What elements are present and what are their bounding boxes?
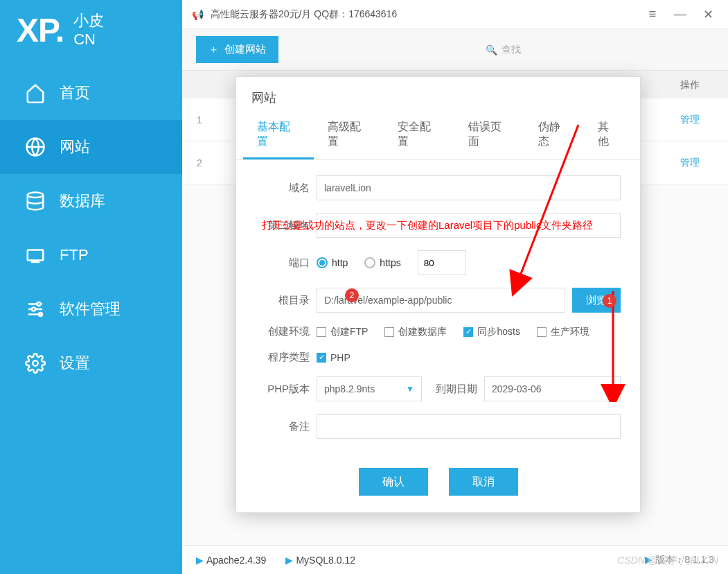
dialog-title: 网站 (236, 77, 640, 112)
annotation-badge-2: 2 (345, 288, 359, 302)
label-port: 端口 (256, 256, 310, 270)
tab-error[interactable]: 错误页面 (454, 112, 525, 159)
domain-input[interactable] (317, 175, 621, 200)
nav-database[interactable]: 数据库 (0, 174, 182, 228)
website-dialog: 网站 基本配置 高级配置 安全配置 错误页面 伪静态 其他 域名 第二域名 端口… (236, 76, 641, 513)
minimize-button[interactable]: — (670, 7, 691, 21)
search-icon: 🔍 (486, 44, 497, 55)
svg-point-3 (37, 302, 41, 306)
label-domain2: 第二域名 (256, 219, 310, 232)
expire-input[interactable] (484, 376, 621, 401)
apache-status[interactable]: ▶Apache2.4.39 (196, 555, 266, 566)
label-env: 创建环境 (256, 325, 310, 338)
radio-http[interactable]: http (317, 257, 348, 268)
logo: XP. 小皮 CN (0, 0, 182, 66)
logo-xp: XP. (17, 11, 64, 49)
tab-security[interactable]: 安全配置 (384, 112, 454, 159)
remark-input[interactable] (317, 414, 621, 439)
nav: 首页 网站 数据库 FTP 软件管理 设置 (0, 66, 182, 574)
titlebar: 📢 高性能云服务器20元/月 QQ群：176643616 ≡ — ✕ (182, 0, 728, 29)
announcement-text: 高性能云服务器20元/月 QQ群：176643616 (211, 8, 397, 21)
col-operate: 操作 (652, 71, 728, 98)
svg-point-1 (28, 193, 44, 198)
tab-other[interactable]: 其他 (584, 112, 633, 159)
port-input[interactable] (418, 250, 466, 275)
gear-icon (25, 353, 46, 374)
sliders-icon (25, 299, 46, 320)
check-hosts[interactable]: ✓同步hosts (463, 326, 520, 338)
tab-basic[interactable]: 基本配置 (243, 112, 314, 159)
nav-website[interactable]: 网站 (0, 120, 182, 174)
menu-icon[interactable]: ≡ (642, 7, 663, 21)
label-type: 程序类型 (256, 351, 310, 364)
close-button[interactable]: ✕ (698, 7, 718, 22)
topbar: ＋ 创建网站 🔍 查找 (182, 29, 728, 71)
logo-cn: 小皮 CN (73, 12, 104, 49)
nav-software[interactable]: 软件管理 (0, 282, 182, 336)
create-website-button[interactable]: ＋ 创建网站 (196, 36, 278, 63)
domain2-input[interactable] (317, 213, 621, 238)
svg-point-6 (33, 360, 38, 366)
svg-rect-2 (28, 250, 44, 261)
tab-advanced[interactable]: 高级配置 (314, 112, 384, 159)
check-php[interactable]: ✓PHP (317, 352, 350, 363)
label-remark: 备注 (256, 420, 310, 433)
label-root: 根目录 (256, 294, 310, 307)
nav-settings[interactable]: 设置 (0, 336, 182, 390)
phpver-select[interactable]: php8.2.9nts▼ (317, 376, 422, 401)
label-domain: 域名 (256, 182, 310, 195)
manage-link[interactable]: 管理 (652, 114, 728, 126)
radio-https[interactable]: https (364, 257, 400, 268)
annotation-badge-1: 1 (603, 294, 616, 308)
dialog-tabs: 基本配置 高级配置 安全配置 错误页面 伪静态 其他 (236, 112, 640, 160)
database-icon (25, 191, 46, 211)
chevron-down-icon: ▼ (406, 384, 414, 394)
cancel-button[interactable]: 取消 (449, 468, 518, 496)
sidebar: XP. 小皮 CN 首页 网站 数据库 FTP (0, 0, 182, 574)
globe-icon (25, 137, 46, 157)
home-icon (25, 82, 46, 103)
search-button[interactable]: 🔍 查找 (292, 44, 714, 56)
svg-point-4 (32, 308, 35, 311)
check-db[interactable]: 创建数据库 (384, 326, 447, 338)
dialog-form: 域名 第二域名 端口 http https 根目录 浏览 创建环境 创建FTP … (236, 160, 640, 458)
label-phpver: PHP版本 (256, 383, 310, 396)
speaker-icon: 📢 (192, 9, 204, 20)
ftp-icon (25, 245, 46, 266)
label-expire: 到期日期 (429, 383, 477, 396)
check-prod[interactable]: 生产环境 (537, 326, 589, 338)
manage-link[interactable]: 管理 (652, 157, 728, 169)
watermark: CSDN @程序小狼LiON (617, 555, 718, 567)
mysql-status[interactable]: ▶MySQL8.0.12 (285, 555, 355, 566)
tab-rewrite[interactable]: 伪静态 (524, 112, 584, 159)
nav-ftp[interactable]: FTP (0, 228, 182, 282)
ok-button[interactable]: 确认 (359, 468, 428, 496)
plus-icon: ＋ (208, 43, 219, 56)
nav-home[interactable]: 首页 (0, 66, 182, 120)
check-ftp[interactable]: 创建FTP (317, 326, 368, 338)
